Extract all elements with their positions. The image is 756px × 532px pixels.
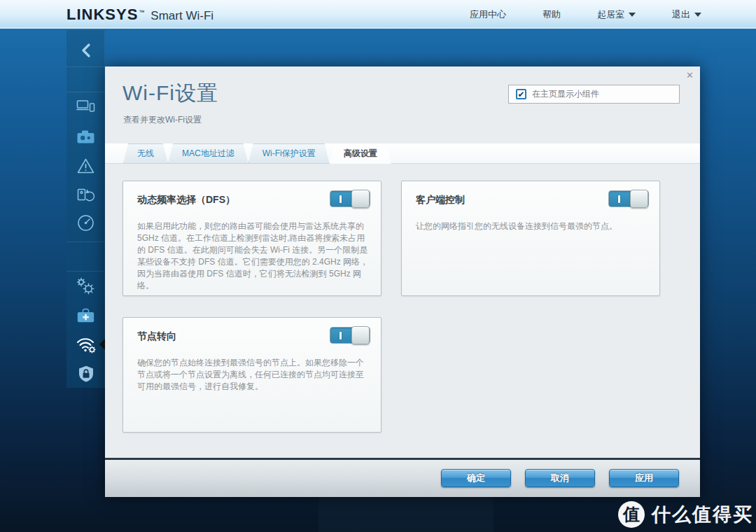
toggle-on-segment [330, 191, 351, 206]
node-steering-card: 节点转向 确保您的节点始终连接到最强信号的节点上。如果您移除一个节点或将一个节点… [122, 317, 382, 433]
sidebar-item-external-storage[interactable] [66, 181, 105, 208]
sidebar-divider [66, 66, 105, 67]
tab-advanced[interactable]: 高级设置 [330, 144, 391, 164]
chevron-down-icon [629, 13, 636, 17]
tab-wireless[interactable]: 无线 [123, 144, 168, 164]
sidebar-item-speed-test[interactable] [66, 209, 105, 236]
close-icon[interactable]: ✕ [685, 70, 695, 80]
toolbox-plus-icon [77, 308, 94, 323]
menu-logout-label: 退出 [672, 8, 690, 21]
client-steering-toggle[interactable] [608, 190, 649, 207]
gears-icon [76, 277, 95, 295]
menu-logout[interactable]: 退出 [672, 8, 701, 21]
chevron-down-icon [694, 13, 701, 17]
background-dialog-remnant [318, 491, 493, 532]
tab-content-advanced: 动态频率选择（DFS） 如果启用此功能，则您的路由器可能会使用与雷达系统共享的 … [105, 164, 700, 459]
cancel-button[interactable]: 取消 [525, 469, 595, 487]
dfs-card-title: 动态频率选择（DFS） [137, 194, 235, 206]
menu-router-name[interactable]: 起居室 [597, 8, 636, 21]
toggle-knob[interactable] [630, 190, 648, 208]
panel-header: ✕ Wi-Fi设置 查看并更改Wi-Fi设置 ✔ 在主页显示小组件 [105, 66, 700, 144]
sidebar-back-button[interactable] [66, 38, 105, 62]
sidebar-item-security[interactable] [66, 360, 105, 387]
dfs-card: 动态频率选择（DFS） 如果启用此功能，则您的路由器可能会使用与雷达系统共享的 … [122, 181, 382, 296]
client-steering-card: 客户端控制 让您的网络指引您的无线设备连接到信号最强的节点。 [401, 181, 660, 296]
toggle-on-mark [340, 195, 342, 203]
dfs-card-description: 如果启用此功能，则您的路由器可能会使用与雷达系统共享的 5GHz 信道。在工作信… [137, 220, 371, 292]
toggle-on-segment [609, 191, 630, 206]
node-steering-description: 确保您的节点始终连接到最强信号的节点上。如果您移除一个节点或将一个节点设置为离线… [137, 357, 371, 393]
sidebar-item-devices[interactable] [66, 93, 105, 120]
toggle-on-mark [618, 195, 620, 203]
warning-triangle-icon [77, 158, 94, 174]
sidebar-item-troubleshooting[interactable] [66, 302, 105, 328]
smzdm-watermark: 值 什么值得买 [618, 501, 753, 528]
wifi-gear-icon [76, 335, 97, 354]
page-title: Wi-Fi设置 [122, 79, 218, 108]
menu-help-label: 帮助 [542, 8, 561, 21]
top-menu: 应用中心 帮助 起居室 退出 [470, 0, 701, 29]
wifi-settings-panel: ✕ Wi-Fi设置 查看并更改Wi-Fi设置 ✔ 在主页显示小组件 无线 MAC… [105, 66, 700, 497]
node-steering-title: 节点转向 [137, 330, 176, 343]
toggle-on-segment [330, 328, 351, 343]
media-folder-icon [77, 130, 94, 144]
dfs-toggle[interactable] [330, 190, 370, 207]
client-steering-description: 让您的网络指引您的无线设备连接到信号最强的节点。 [416, 220, 650, 232]
back-chevron-icon [80, 42, 92, 59]
panel-footer: 确定 取消 应用 [105, 460, 700, 497]
shield-lock-icon [78, 365, 94, 382]
show-widget-label: 在主页显示小组件 [532, 88, 599, 100]
linksys-logo: LINKSYS ™ Smart Wi-Fi [66, 6, 214, 24]
speedometer-icon [77, 214, 94, 232]
top-bar: LINKSYS ™ Smart Wi-Fi 应用中心 帮助 起居室 退出 [0, 0, 756, 29]
sidebar-divider [66, 271, 105, 272]
node-steering-toggle[interactable] [330, 327, 370, 344]
menu-app-center-label: 应用中心 [470, 8, 506, 21]
show-widget-checkbox[interactable]: ✔ [516, 89, 526, 99]
client-steering-title: 客户端控制 [416, 194, 465, 206]
page-subtitle: 查看并更改Wi-Fi设置 [123, 114, 202, 126]
tab-bar: 无线 MAC地址过滤 Wi-Fi保护设置 高级设置 [105, 144, 700, 164]
sidebar-item-media-prioritization[interactable] [66, 123, 105, 150]
sidebar [66, 30, 105, 388]
logo-brand: LINKSYS [66, 6, 138, 24]
tab-mac-filter[interactable]: MAC地址过滤 [168, 144, 248, 164]
sidebar-divider [66, 92, 105, 92]
logo-trademark: ™ [139, 9, 144, 15]
sidebar-divider [66, 241, 105, 242]
sidebar-item-parental-controls[interactable] [66, 153, 105, 179]
toggle-on-mark [340, 332, 342, 340]
devices-icon [76, 99, 95, 113]
show-widget-option: ✔ 在主页显示小组件 [508, 85, 680, 104]
tab-wps[interactable]: Wi-Fi保护设置 [248, 144, 330, 164]
ok-button[interactable]: 确定 [441, 469, 511, 487]
sidebar-item-connectivity[interactable] [66, 272, 105, 299]
storage-sync-icon [77, 187, 94, 203]
menu-app-center[interactable]: 应用中心 [470, 8, 506, 21]
toggle-knob[interactable] [351, 190, 370, 208]
toggle-knob[interactable] [351, 326, 370, 344]
apply-button[interactable]: 应用 [609, 469, 679, 487]
menu-router-name-label: 起居室 [597, 8, 624, 21]
logo-suffix: Smart Wi-Fi [150, 9, 214, 23]
smzdm-badge-icon: 值 [618, 501, 645, 528]
menu-help[interactable]: 帮助 [542, 8, 561, 21]
smzdm-watermark-text: 什么值得买 [652, 502, 753, 527]
